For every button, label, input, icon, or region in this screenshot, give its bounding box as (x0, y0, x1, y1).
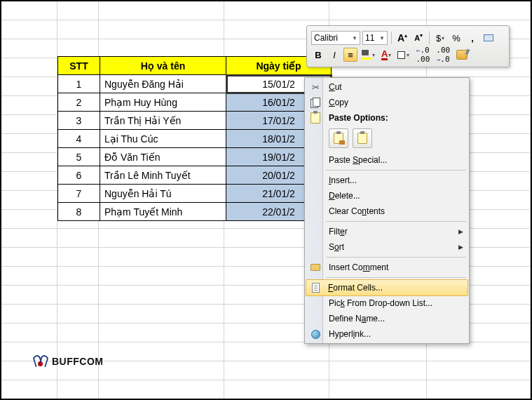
cell-name[interactable]: Nguyễn Đăng Hải (100, 75, 226, 93)
chevron-right-icon: ▶ (458, 228, 463, 235)
format-painter-icon (456, 50, 468, 60)
italic-button[interactable]: I (327, 48, 341, 62)
menu-copy[interactable]: Copy (306, 95, 468, 110)
table-row: 6 Trần Lê Minh Tuyết 20/01/2 (58, 166, 332, 185)
cell-stt[interactable]: 2 (58, 93, 100, 112)
table-row: 2 Phạm Huy Hùng 16/01/2 (58, 93, 332, 112)
menu-format-cells[interactable]: Format Cells... (306, 279, 468, 296)
border-icon (397, 51, 405, 59)
separator (326, 277, 466, 278)
cell-stt[interactable]: 7 (58, 185, 100, 203)
header-row: STT Họ và tên Ngày tiếp (58, 57, 332, 75)
menu-filter[interactable]: Filter ▶ (306, 224, 468, 239)
header-name[interactable]: Họ và tên (100, 57, 226, 75)
table-row: 1 Nguyễn Đăng Hải 15/01/2 (58, 75, 332, 93)
table-row: 4 Lại Thu Cúc 18/01/2 (58, 130, 332, 148)
cut-icon: ✂ (310, 81, 321, 93)
menu-delete[interactable]: Delete... (306, 188, 468, 204)
table-row: 5 Đỗ Văn Tiến 19/01/2 (58, 148, 332, 166)
chevron-right-icon: ▶ (458, 244, 463, 251)
cell-name[interactable]: Nguyễn Hải Tú (100, 185, 226, 203)
menu-hyperlink[interactable]: Hyperlink... (306, 326, 468, 342)
comma-style-button[interactable]: , (465, 31, 479, 45)
cell-stt[interactable]: 4 (58, 130, 100, 148)
logo-text: BUFFCOM (52, 356, 104, 367)
align-center-icon: ≡ (348, 50, 353, 60)
caret-down-icon: ▾ (420, 32, 423, 39)
separator (429, 32, 430, 44)
bull-horns-icon (34, 355, 48, 368)
chevron-down-icon: ▼ (352, 35, 357, 41)
menu-sort[interactable]: Sort ▶ (306, 239, 468, 255)
fill-color-button[interactable]: ▾ (360, 48, 377, 62)
cell-stt[interactable]: 3 (58, 112, 100, 130)
separator (391, 32, 392, 44)
cell-name[interactable]: Trần Thị Hải Yến (100, 112, 226, 130)
buffcom-logo: BUFFCOM (34, 355, 104, 368)
data-table: STT Họ và tên Ngày tiếp 1 Nguyễn Đăng Hả… (57, 56, 332, 221)
font-color-button[interactable]: A▾ (379, 48, 393, 62)
caret-up-icon: ▴ (404, 32, 407, 39)
comment-icon (310, 262, 321, 273)
clipboard-icon (310, 112, 321, 124)
fill-bucket-icon (362, 50, 371, 60)
cell-stt[interactable]: 1 (58, 75, 100, 93)
clipboard-icon (357, 133, 367, 144)
menu-paste-special[interactable]: Paste Special... (306, 152, 468, 168)
paste-options-row (306, 126, 468, 152)
menu-define-name[interactable]: Define Name... (306, 311, 468, 326)
merge-icon (484, 34, 493, 41)
font-size-combo[interactable]: 11 ▼ (362, 31, 388, 45)
separator (326, 170, 466, 171)
decrease-font-button[interactable]: A▾ (411, 31, 425, 45)
menu-cut[interactable]: ✂ Cut (306, 79, 468, 95)
chevron-down-icon: ▼ (379, 35, 385, 41)
currency-button[interactable]: $▾ (433, 31, 447, 45)
table-row: 3 Trần Thị Hải Yến 17/01/2 (58, 112, 332, 130)
borders-button[interactable]: ▾ (395, 48, 411, 62)
mini-toolbar: Calibri ▼ 11 ▼ A▴ A▾ $▾ % , B I ≡ ▾ A▾ ▾… (306, 25, 510, 67)
cell-name[interactable]: Phạm Huy Hùng (100, 93, 226, 112)
copy-icon (310, 97, 321, 108)
bold-button[interactable]: B (311, 48, 325, 62)
separator (326, 257, 466, 258)
menu-insert-comment[interactable]: Insert Comment (306, 260, 468, 275)
font-size-value: 11 (365, 33, 374, 43)
context-menu: ✂ Cut Copy Paste Options: Paste Special.… (304, 77, 470, 344)
header-stt[interactable]: STT (58, 57, 100, 75)
increase-decimal-button[interactable]: ←.0.00 (414, 48, 432, 62)
cell-stt[interactable]: 8 (58, 203, 100, 221)
font-name-value: Calibri (314, 33, 338, 43)
cell-name[interactable]: Đỗ Văn Tiến (100, 148, 226, 166)
table-row: 7 Nguyễn Hải Tú 21/01/2 (58, 185, 332, 203)
menu-insert[interactable]: Insert... (306, 173, 468, 188)
paste-option-all[interactable] (329, 128, 348, 148)
menu-paste-options-label: Paste Options: (306, 110, 468, 126)
cell-stt[interactable]: 5 (58, 148, 100, 166)
format-cells-icon (310, 282, 321, 293)
clipboard-paste-icon (334, 133, 343, 144)
font-name-combo[interactable]: Calibri ▼ (311, 31, 360, 45)
decrease-decimal-button[interactable]: .00→.0 (434, 48, 452, 62)
cell-name[interactable]: Phạm Tuyết Minh (100, 203, 226, 221)
menu-pick-from-list[interactable]: Pick From Drop-down List... (306, 295, 468, 311)
globe-icon (310, 328, 321, 340)
cell-name[interactable]: Lại Thu Cúc (100, 130, 226, 148)
menu-clear-contents[interactable]: Clear Contents (306, 204, 468, 219)
cell-stt[interactable]: 6 (58, 166, 100, 185)
merge-center-button[interactable] (482, 31, 496, 45)
separator (326, 221, 466, 222)
format-painter-button[interactable] (454, 48, 470, 62)
align-center-button[interactable]: ≡ (343, 48, 357, 62)
cell-name[interactable]: Trần Lê Minh Tuyết (100, 166, 226, 185)
increase-font-button[interactable]: A▴ (395, 31, 409, 45)
percent-button[interactable]: % (449, 31, 463, 45)
paste-option-values[interactable] (353, 128, 372, 148)
table-row: 8 Phạm Tuyết Minh 22/01/2 (58, 203, 332, 221)
